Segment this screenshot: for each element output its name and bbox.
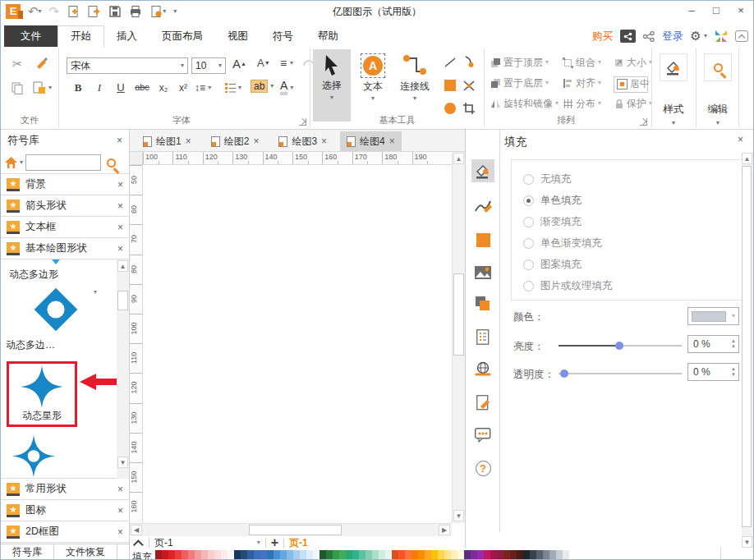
feedback-icon[interactable]	[620, 30, 636, 43]
category-bottom-1[interactable]: ★常用形状×	[1, 478, 129, 500]
brightness-slider[interactable]	[559, 345, 682, 347]
undo-icon[interactable]: ↶▾	[28, 4, 42, 19]
strikethrough-button[interactable]: abc	[134, 82, 150, 92]
bold-button[interactable]: B	[70, 81, 86, 94]
fill-option-2[interactable]: 单色填充	[523, 190, 742, 211]
connector-tool-button[interactable]: 连接线 ▾	[393, 49, 436, 122]
palette-swatch[interactable]	[260, 550, 267, 560]
arrange-item-7[interactable]: 旋转和镜像▾	[490, 94, 563, 112]
fill-option-1[interactable]: 无填充	[523, 168, 742, 190]
arrange-dialog-launcher-icon[interactable]	[640, 118, 647, 126]
arrange-item-4[interactable]: 置于底层▾	[490, 74, 563, 92]
palette-swatch[interactable]	[313, 550, 320, 560]
shape-item-label[interactable]: 动态多边形	[4, 268, 103, 282]
shadow-icon[interactable]	[471, 228, 494, 251]
ellipse-tool-icon[interactable]	[444, 103, 456, 114]
palette-swatch[interactable]	[293, 550, 300, 560]
font-size-select[interactable]: 10▾	[191, 57, 226, 74]
palette-swatch[interactable]	[379, 550, 385, 560]
symbol-library-close-icon[interactable]: ×	[117, 135, 122, 146]
app-logo-icon[interactable]: E	[6, 4, 21, 19]
palette-swatch[interactable]	[254, 550, 260, 560]
scroll-up-icon[interactable]: ▲	[117, 260, 128, 272]
palette-swatch[interactable]	[385, 550, 392, 560]
palette-swatch[interactable]	[536, 550, 543, 560]
category-close-icon[interactable]: ×	[117, 179, 123, 190]
radio-icon[interactable]	[523, 259, 534, 270]
arrange-item-6[interactable]: 居中	[614, 76, 648, 93]
brightness-spinner[interactable]: 0 % ▲▼	[687, 335, 739, 353]
canvas-vertical-scrollbar[interactable]: ▲ ▼	[452, 152, 465, 523]
symbol-search-icon[interactable]	[107, 158, 116, 168]
pinwheel-icon[interactable]	[715, 30, 728, 43]
palette-swatch[interactable]	[398, 550, 405, 560]
fill-option-6[interactable]: 图片或纹理填充	[523, 275, 742, 296]
fill-option-5[interactable]: 图案填充	[523, 254, 742, 275]
opacity-slider[interactable]	[559, 373, 682, 374]
redo-icon[interactable]: ↷	[49, 4, 60, 19]
style-group-button[interactable]: 样式 ▾	[655, 48, 692, 126]
scrollbar-thumb[interactable]	[453, 273, 464, 356]
collapse-pagebar-icon[interactable]	[133, 539, 144, 550]
palette-swatch[interactable]	[549, 550, 556, 560]
palette-swatch[interactable]	[457, 550, 464, 560]
palette-swatch[interactable]	[214, 550, 221, 560]
palette-swatch[interactable]	[333, 550, 339, 560]
palette-swatch[interactable]	[320, 550, 326, 560]
scroll-up-icon[interactable]: ▲	[453, 153, 464, 164]
underline-button[interactable]: U	[113, 81, 129, 94]
radio-icon[interactable]	[523, 195, 534, 206]
line-spacing-icon[interactable]: ↕≡ ▾	[195, 82, 211, 94]
palette-swatch[interactable]	[392, 550, 398, 560]
palette-swatch[interactable]	[195, 550, 201, 560]
palette-swatch[interactable]	[411, 550, 418, 560]
drawing-tab-1[interactable]: 绘图1×	[136, 131, 198, 151]
palette-swatch[interactable]	[300, 550, 306, 560]
palette-swatch[interactable]	[306, 550, 313, 560]
font-color-icon[interactable]: A ▾	[280, 80, 293, 95]
palette-swatch[interactable]	[444, 550, 451, 560]
hyperlink-globe-icon[interactable]	[471, 358, 494, 381]
drawing-tab-close-icon[interactable]: ×	[253, 135, 259, 147]
category-4[interactable]: ★基本绘图形状×	[1, 237, 129, 259]
category-close-icon[interactable]: ×	[117, 243, 123, 255]
arrange-item-1[interactable]: 置于顶层▾	[490, 53, 563, 71]
palette-swatch[interactable]	[182, 550, 188, 560]
bullet-list-icon[interactable]: ▾	[224, 82, 241, 93]
page-tab-active[interactable]: 页-1	[289, 536, 308, 550]
drawing-tab-close-icon[interactable]: ×	[321, 135, 327, 147]
italic-button[interactable]: I	[91, 81, 108, 94]
subscript-button[interactable]: x₂	[155, 82, 172, 94]
opacity-spinner[interactable]: 0 % ▲▼	[687, 363, 739, 381]
category-close-icon[interactable]: ×	[117, 222, 123, 233]
customize-toolbar-icon[interactable]: ▾	[173, 8, 177, 15]
palette-swatch[interactable]	[241, 550, 247, 560]
palette-swatch[interactable]	[563, 550, 569, 560]
superscript-button[interactable]: x²	[175, 82, 191, 94]
layers-icon[interactable]	[471, 292, 494, 315]
palette-swatch[interactable]	[366, 550, 372, 560]
palette-swatch[interactable]	[425, 550, 431, 560]
category-2[interactable]: ★箭头形状×	[1, 195, 129, 217]
add-page-button[interactable]: +	[271, 538, 278, 548]
palette-swatch[interactable]	[372, 550, 379, 560]
fill-bucket-icon[interactable]	[471, 159, 494, 182]
palette-swatch[interactable]	[556, 550, 563, 560]
fill-panel-close-icon[interactable]: ×	[738, 134, 743, 145]
annotation-pencil-icon[interactable]	[471, 391, 494, 414]
panel-scrollbar[interactable]: ▲ ▼	[742, 153, 753, 548]
shape-dynamic-polygon[interactable]	[30, 284, 81, 335]
home-icon[interactable]: ▾	[4, 156, 23, 169]
scroll-left-icon[interactable]: ◀	[131, 525, 142, 535]
palette-swatch[interactable]	[464, 550, 471, 560]
settings-gear-icon[interactable]: ⚙ ▾	[690, 29, 707, 44]
palette-swatch[interactable]	[530, 550, 536, 560]
drawing-tab-2[interactable]: 绘图2×	[205, 131, 266, 151]
category-close-icon[interactable]: ×	[117, 526, 123, 538]
opacity-slider-knob[interactable]	[560, 370, 568, 378]
comment-icon[interactable]	[471, 424, 494, 447]
menu-tab-1[interactable]: 文件	[4, 25, 57, 47]
palette-swatch[interactable]	[234, 550, 241, 560]
palette-swatch[interactable]	[510, 550, 517, 560]
menu-tab-4[interactable]: 页面布局	[149, 25, 215, 47]
